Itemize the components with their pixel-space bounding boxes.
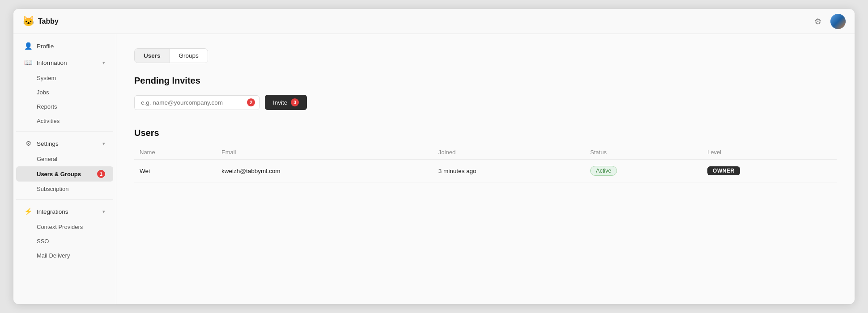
- tabs-row: Users Groups: [134, 48, 208, 63]
- col-header-status: Status: [585, 145, 702, 160]
- profile-icon: 👤: [24, 42, 32, 50]
- sidebar-information-label: Information: [37, 59, 98, 66]
- sidebar-profile-label: Profile: [37, 43, 105, 50]
- titlebar-right: ⚙: [812, 14, 846, 29]
- sidebar-sub-item-mail-delivery[interactable]: Mail Delivery: [16, 249, 113, 262]
- invite-button[interactable]: Invite 3: [265, 95, 307, 110]
- sidebar-sub-item-context-providers[interactable]: Context Providers: [16, 220, 113, 234]
- invite-button-label: Invite: [273, 99, 287, 106]
- invite-email-input[interactable]: [134, 95, 260, 110]
- tab-users[interactable]: Users: [135, 49, 170, 63]
- users-section-title: Users: [134, 128, 837, 138]
- users-table: Name Email Joined Status Level Wei kweiz…: [134, 145, 837, 182]
- settings-icon[interactable]: ⚙: [812, 15, 824, 28]
- user-name: Wei: [134, 160, 216, 182]
- users-groups-badge: 1: [97, 170, 105, 178]
- sidebar-settings-label: Settings: [37, 140, 98, 147]
- app-logo-icon: 🐱: [22, 16, 34, 27]
- sidebar-section-settings[interactable]: ⚙ Settings ▾: [16, 135, 113, 152]
- integrations-chevron-icon: ▾: [102, 209, 105, 215]
- content-area: Users Groups Pending Invites 2 Invite 3 …: [116, 34, 855, 304]
- user-status: Active: [585, 160, 702, 182]
- sidebar-sub-item-reports[interactable]: Reports: [16, 100, 113, 114]
- sidebar-sub-item-users-groups[interactable]: Users & Groups 1: [16, 166, 113, 182]
- divider-1: [16, 131, 113, 132]
- integrations-icon: ⚡: [24, 207, 32, 216]
- invite-row: 2 Invite 3: [134, 95, 837, 110]
- sidebar: 👤 Profile 📖 Information ▾ System Jobs Re…: [13, 34, 116, 304]
- divider-2: [16, 199, 113, 200]
- tab-groups[interactable]: Groups: [170, 49, 208, 63]
- invite-input-badge: 2: [247, 98, 255, 106]
- col-header-name: Name: [134, 145, 216, 160]
- sidebar-section-integrations[interactable]: ⚡ Integrations ▾: [16, 203, 113, 220]
- sidebar-sub-item-general[interactable]: General: [16, 152, 113, 166]
- col-header-email: Email: [216, 145, 433, 160]
- sidebar-sub-item-sso[interactable]: SSO: [16, 234, 113, 248]
- settings-chevron-icon: ▾: [102, 141, 105, 147]
- titlebar-left: 🐱 Tabby: [22, 16, 59, 27]
- invite-input-wrap: 2: [134, 95, 260, 110]
- sidebar-sub-item-jobs[interactable]: Jobs: [16, 85, 113, 99]
- sidebar-integrations-label: Integrations: [37, 208, 98, 215]
- status-badge: Active: [590, 166, 617, 176]
- app-window: 🐱 Tabby ⚙ 👤 Profile 📖 Information ▾ Syst…: [13, 9, 855, 304]
- information-chevron-icon: ▾: [102, 60, 105, 66]
- sidebar-users-groups-label: Users & Groups: [37, 171, 81, 178]
- settings-gear-icon: ⚙: [24, 140, 32, 148]
- table-row: Wei kweizh@tabbyml.com 3 minutes ago Act…: [134, 160, 837, 182]
- sidebar-sub-item-system[interactable]: System: [16, 71, 113, 85]
- sidebar-section-information[interactable]: 📖 Information ▾: [16, 55, 113, 71]
- titlebar: 🐱 Tabby ⚙: [13, 9, 855, 34]
- invite-button-badge: 3: [291, 98, 299, 106]
- col-header-level: Level: [702, 145, 837, 160]
- avatar[interactable]: [830, 14, 846, 29]
- main-layout: 👤 Profile 📖 Information ▾ System Jobs Re…: [13, 34, 855, 304]
- level-badge: OWNER: [707, 166, 740, 175]
- user-level: OWNER: [702, 160, 837, 182]
- col-header-joined: Joined: [433, 145, 585, 160]
- pending-invites-title: Pending Invites: [134, 76, 837, 86]
- user-email: kweizh@tabbyml.com: [216, 160, 433, 182]
- sidebar-sub-item-activities[interactable]: Activities: [16, 114, 113, 128]
- sidebar-item-profile[interactable]: 👤 Profile: [16, 38, 113, 54]
- app-name: Tabby: [38, 17, 59, 25]
- avatar-image: [830, 14, 846, 29]
- information-icon: 📖: [24, 59, 32, 67]
- user-joined: 3 minutes ago: [433, 160, 585, 182]
- sidebar-sub-item-subscription[interactable]: Subscription: [16, 182, 113, 196]
